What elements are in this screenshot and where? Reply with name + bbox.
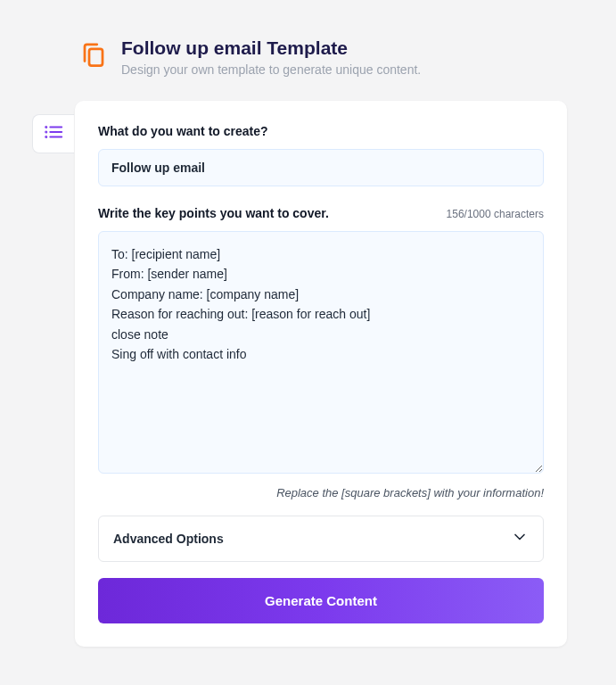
svg-point-1 xyxy=(45,127,46,128)
header-text: Follow up email Template Design your own… xyxy=(121,37,421,77)
keypoints-label: Write the key points you want to cover. xyxy=(98,206,329,220)
sidebar-toggle[interactable] xyxy=(32,114,74,153)
form-card: What do you want to create? Write the ke… xyxy=(75,101,567,647)
create-label: What do you want to create? xyxy=(98,124,544,138)
list-icon xyxy=(44,128,63,143)
page-subtitle: Design your own template to generate uni… xyxy=(121,62,421,77)
generate-button[interactable]: Generate Content xyxy=(98,578,544,623)
keypoints-textarea[interactable] xyxy=(98,231,544,474)
page-header: Follow up email Template Design your own… xyxy=(0,0,616,77)
brackets-hint: Replace the [square brackets] with your … xyxy=(98,486,544,499)
advanced-options-toggle[interactable]: Advanced Options xyxy=(98,516,544,562)
copy-icon xyxy=(80,41,107,71)
page-title: Follow up email Template xyxy=(121,37,421,59)
svg-point-3 xyxy=(45,136,46,137)
keypoints-row: Write the key points you want to cover. … xyxy=(98,206,544,220)
advanced-options-label: Advanced Options xyxy=(113,532,224,546)
svg-point-2 xyxy=(45,131,46,132)
char-count: 156/1000 characters xyxy=(447,208,544,220)
chevron-down-icon xyxy=(511,528,529,549)
create-input[interactable] xyxy=(98,149,544,186)
svg-rect-0 xyxy=(89,49,103,66)
